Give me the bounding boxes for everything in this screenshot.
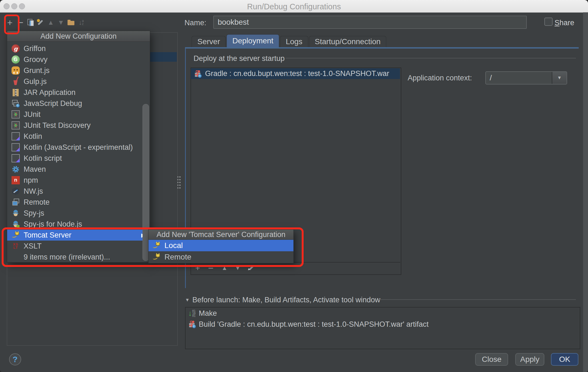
menu-item-kotlin-javascript[interactable]: Kotlin (JavaScript - experimental) (7, 142, 150, 153)
dialog-scrollbar[interactable] (583, 12, 588, 372)
menu-item-maven[interactable]: Maven (7, 164, 150, 175)
combo-dropdown-button[interactable]: ▼ (552, 72, 567, 84)
close-button[interactable]: Close (475, 353, 508, 366)
panel-splitter-handle[interactable] (177, 176, 181, 190)
tab-logs[interactable]: Logs (280, 36, 308, 47)
menu-item-gulp[interactable]: Gulp.js (7, 76, 150, 87)
deployment-edit-button[interactable] (245, 263, 256, 273)
question-mark-icon: ? (13, 355, 18, 364)
menu-item-more[interactable]: 9 items more (irrelevant)... (7, 252, 150, 263)
web-globe-icon (198, 74, 202, 78)
ok-button[interactable]: OK (551, 353, 578, 366)
before-launch-title: Before launch: Make, Build Artifacts, Ac… (192, 296, 380, 304)
web-globe-icon (16, 104, 20, 108)
sort-configurations-button[interactable] (76, 17, 86, 28)
wrench-icon (36, 18, 44, 27)
before-launch-item-make[interactable]: Make (186, 308, 578, 319)
menu-item-junit-test-discovery[interactable]: JUnit Test Discovery (7, 120, 150, 131)
artifact-icon (188, 320, 196, 328)
maven-icon (12, 165, 20, 173)
tomcat-icon (152, 241, 161, 250)
create-folder-button[interactable] (66, 17, 76, 28)
junit-icon (12, 121, 20, 129)
artifact-label: Gradle : cn.edu.bupt.wen:test : test-1.0… (205, 69, 389, 78)
groovy-icon (12, 55, 20, 64)
junit-icon (12, 110, 20, 119)
tab-underline (185, 47, 579, 49)
copy-icon (26, 18, 35, 27)
menu-item-spy-js[interactable]: Spy-js (7, 208, 150, 219)
remove-configuration-button[interactable]: − (15, 17, 26, 28)
move-down-button[interactable]: ▼ (56, 17, 66, 28)
deployment-remove-button[interactable]: − (205, 263, 216, 273)
submenu-item-remote[interactable]: Remote (149, 251, 293, 263)
window-title: Run/Debug Configurations (0, 2, 588, 11)
application-context-label: Application context: (408, 74, 472, 82)
titlebar: Run/Debug Configurations (0, 0, 588, 13)
edit-defaults-button[interactable] (35, 17, 46, 28)
folder-icon (67, 18, 75, 27)
menu-item-remote[interactable]: Remote (7, 197, 150, 208)
apply-button[interactable]: Apply (515, 353, 544, 366)
gulp-icon (12, 77, 20, 86)
name-input[interactable] (213, 16, 527, 29)
menu-item-npm[interactable]: npm (7, 175, 150, 186)
copy-configuration-button[interactable] (25, 17, 36, 28)
spy-icon (12, 209, 20, 217)
artifact-icon (194, 70, 202, 78)
deployment-add-button[interactable]: + (192, 263, 203, 273)
menu-item-junit[interactable]: JUnit (7, 109, 150, 120)
menu-item-grunt[interactable]: Grunt.js (7, 65, 150, 76)
share-checkbox[interactable] (544, 18, 553, 26)
menu-item-tomcat-server[interactable]: Tomcat Server▶ (7, 230, 150, 241)
menu-item-kotlin-script[interactable]: Kotlin script (7, 153, 150, 164)
web-globe-icon (192, 325, 196, 328)
application-context-combo[interactable]: / ▼ (485, 71, 567, 84)
deployment-artifact-row[interactable]: Gradle : cn.edu.bupt.wen:test : test-1.0… (191, 68, 400, 79)
xslt-icon (12, 242, 20, 250)
tomcat-icon (152, 253, 161, 261)
before-launch-item-build-artifact[interactable]: Build 'Gradle : cn.edu.bupt.wen:test : t… (186, 319, 578, 330)
menu-item-nwjs[interactable]: NW.js (7, 186, 150, 197)
tab-deployment[interactable]: Deployment (226, 34, 279, 47)
jar-icon (12, 88, 20, 97)
submenu-header: Add New 'Tomcat Server' Configuration (149, 230, 293, 240)
run-debug-configurations-dialog: Run/Debug Configurations + − ▲ ▼ Name: S… (0, 0, 588, 372)
submenu-item-local[interactable]: Local (149, 240, 293, 251)
kotlin-icon (12, 132, 20, 140)
nwjs-icon (12, 187, 20, 195)
menu-item-groovy[interactable]: Groovy (7, 54, 150, 65)
tomcat-icon (12, 231, 20, 239)
menu-item-griffon[interactable]: Griffon (7, 43, 150, 54)
application-context-value: / (486, 74, 552, 82)
help-button[interactable]: ? (9, 353, 21, 365)
menu-item-spy-js-node[interactable]: Spy-js for Node.js (7, 219, 150, 230)
kotlin-icon (12, 143, 20, 151)
share-label: Share (555, 19, 574, 27)
config-tabs: Server Deployment Logs Startup/Connectio… (192, 35, 386, 47)
add-new-configuration-popup: Add New Configuration Griffon Groovy Gru… (7, 31, 150, 263)
deploy-section-title: Deploy at the server startup (194, 54, 285, 63)
name-label: Name: (184, 19, 206, 27)
deployment-move-up-button[interactable]: ▲ (219, 263, 230, 273)
kotlin-icon (12, 154, 20, 162)
add-configuration-button[interactable]: + (5, 17, 15, 28)
move-up-button[interactable]: ▲ (46, 17, 56, 28)
collapse-icon: ▼ (185, 297, 190, 303)
griffon-icon (12, 44, 20, 53)
npm-icon (12, 176, 20, 184)
menu-item-kotlin[interactable]: Kotlin (7, 131, 150, 142)
javascript-debug-icon (12, 99, 20, 108)
deployment-move-down-button[interactable]: ▼ (232, 263, 243, 273)
tab-server[interactable]: Server (192, 36, 226, 47)
chevron-down-icon: ▼ (557, 75, 562, 81)
tab-startup-connection[interactable]: Startup/Connection (309, 36, 387, 47)
spy-node-icon (12, 220, 20, 228)
before-launch-header[interactable]: ▼ Before launch: Make, Build Artifacts, … (185, 296, 380, 304)
tomcat-server-submenu: Add New 'Tomcat Server' Configuration Lo… (148, 229, 294, 263)
menu-item-jar-application[interactable]: JAR Application (7, 87, 150, 98)
menu-item-javascript-debug[interactable]: JavaScript Debug (7, 98, 150, 109)
grunt-icon (12, 66, 20, 75)
menu-item-xslt[interactable]: XSLT (7, 241, 150, 252)
make-icon (188, 309, 196, 317)
